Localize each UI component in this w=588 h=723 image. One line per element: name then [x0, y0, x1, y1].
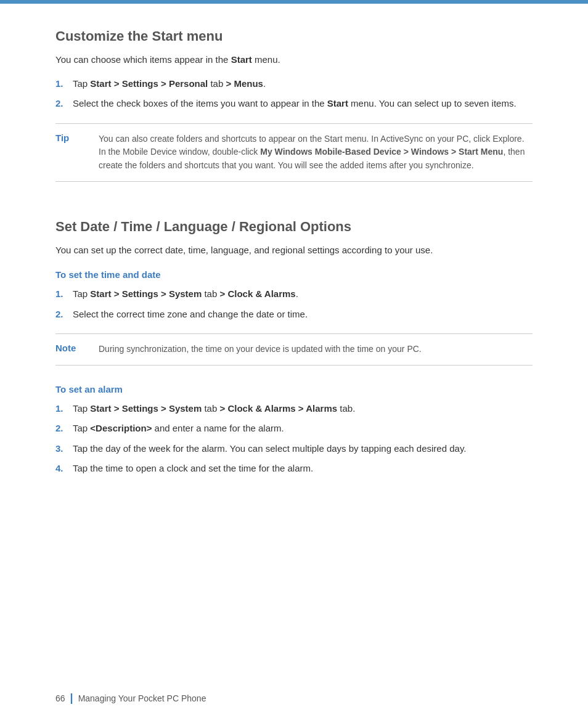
tip-content: You can also create folders and shortcut…	[99, 133, 533, 173]
step-text: Select the check boxes of the items you …	[73, 97, 533, 111]
step-number: 1.	[55, 402, 73, 416]
page-footer: 66 | Managing Your Pocket PC Phone	[55, 692, 206, 705]
subsection-set-alarm: To set an alarm 1. Tap Start > Settings …	[55, 384, 533, 476]
section-customize-start: Customize the Start menu You can choose …	[55, 28, 533, 182]
step-number: 2.	[55, 97, 73, 111]
list-item: 2. Select the correct time zone and chan…	[55, 308, 533, 322]
note-content: During synchronization, the time on your…	[99, 343, 533, 356]
subsection-set-time: To set the time and date 1. Tap Start > …	[55, 269, 533, 366]
subsection1-steps: 1. Tap Start > Settings > System tab > C…	[55, 287, 533, 321]
step-text: Tap Start > Settings > System tab > Cloc…	[73, 287, 533, 301]
step-number: 3.	[55, 442, 73, 456]
section1-steps: 1. Tap Start > Settings > Personal tab >…	[55, 77, 533, 111]
main-content: Customize the Start menu You can choose …	[0, 4, 588, 513]
tip-box: Tip You can also create folders and shor…	[55, 123, 533, 182]
section-date-time: Set Date / Time / Language / Regional Op…	[55, 219, 533, 476]
step-number: 4.	[55, 462, 73, 476]
tip-label: Tip	[55, 133, 99, 143]
section1-intro: You can choose which items appear in the…	[55, 53, 533, 67]
subsection1-heading: To set the time and date	[55, 269, 533, 280]
list-item: 1. Tap Start > Settings > System tab > C…	[55, 287, 533, 301]
step-number: 1.	[55, 77, 73, 91]
note-label: Note	[55, 343, 99, 353]
step-text: Tap the day of the week for the alarm. Y…	[73, 442, 533, 456]
footer-separator: |	[70, 692, 73, 705]
list-item: 1. Tap Start > Settings > Personal tab >…	[55, 77, 533, 91]
section2-intro: You can set up the correct date, time, l…	[55, 243, 533, 258]
step-text: Select the correct time zone and change …	[73, 308, 533, 322]
step-text: Tap Start > Settings > System tab > Cloc…	[73, 402, 533, 416]
step-text: Tap <Description> and enter a name for t…	[73, 422, 533, 436]
section1-title: Customize the Start menu	[55, 28, 533, 44]
list-item: 2. Select the check boxes of the items y…	[55, 97, 533, 111]
note-box: Note During synchronization, the time on…	[55, 333, 533, 366]
subsection2-heading: To set an alarm	[55, 384, 533, 394]
list-item: 2. Tap <Description> and enter a name fo…	[55, 422, 533, 436]
step-number: 2.	[55, 308, 73, 322]
footer-text: Managing Your Pocket PC Phone	[78, 693, 206, 703]
subsection2-steps: 1. Tap Start > Settings > System tab > C…	[55, 402, 533, 476]
spacer	[55, 200, 533, 219]
list-item: 4. Tap the time to open a clock and set …	[55, 462, 533, 476]
step-text: Tap Start > Settings > Personal tab > Me…	[73, 77, 533, 91]
section2-title: Set Date / Time / Language / Regional Op…	[55, 219, 533, 235]
list-item: 1. Tap Start > Settings > System tab > C…	[55, 402, 533, 416]
list-item: 3. Tap the day of the week for the alarm…	[55, 442, 533, 456]
step-text: Tap the time to open a clock and set the…	[73, 462, 533, 476]
page-number: 66	[55, 693, 65, 703]
step-number: 1.	[55, 287, 73, 301]
step-number: 2.	[55, 422, 73, 436]
